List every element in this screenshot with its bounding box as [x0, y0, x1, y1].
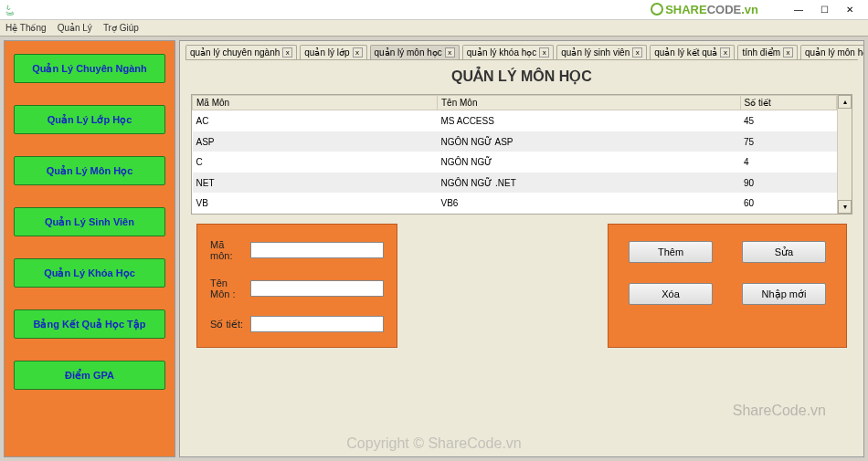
col-header[interactable]: Tên Môn [438, 96, 741, 110]
window-controls: — ☐ ✕ [786, 2, 863, 18]
java-app-icon [4, 4, 16, 16]
sidebar: Quản Lý Chuyên Ngành Quản Lý Lớp Học Quả… [4, 40, 175, 457]
subject-table-wrap: Mã MônTên MônSố tiết ACMS ACCESS45ASPNGÔ… [191, 94, 852, 215]
tab-label: quản lý chuyên ngành [190, 47, 280, 58]
nav-lop-hoc[interactable]: Quản Lý Lớp Học [14, 105, 165, 134]
menu-help[interactable]: Trợ Giúp [103, 23, 139, 33]
scroll-down-icon[interactable]: ▾ [838, 200, 852, 214]
watermark-brand: ShareCode.vn [733, 403, 826, 419]
nav-chuyen-nganh[interactable]: Quản Lý Chuyên Ngành [14, 54, 165, 83]
sharecode-logo: SHARECODE.vn [651, 1, 758, 16]
nav-mon-hoc[interactable]: Quản Lý Môn Học [14, 156, 165, 185]
tab-label: tính điểm [742, 47, 780, 58]
menu-manage[interactable]: Quản Lý [58, 23, 92, 33]
table-row[interactable]: CNGÔN NGỮ4 [193, 152, 837, 173]
page-title: QUẢN LÝ MÔN HỌC [191, 66, 852, 89]
tab-close-icon[interactable]: x [720, 47, 730, 58]
tab-7[interactable]: quản lý môn học [800, 45, 864, 59]
tab-1[interactable]: quản lý lớpx [300, 45, 366, 59]
nav-gpa[interactable]: Điểm GPA [14, 361, 165, 390]
table-cell: VB [193, 193, 438, 214]
tab-0[interactable]: quản lý chuyên ngànhx [185, 45, 297, 59]
nav-sinh-vien[interactable]: Quản Lý Sinh Viên [14, 207, 165, 236]
delete-button[interactable]: Xóa [629, 283, 713, 305]
table-cell: 45 [740, 110, 837, 131]
nav-ket-qua[interactable]: Bảng Kết Quả Học Tập [14, 309, 165, 339]
tab-3[interactable]: quản lý khóa họcx [462, 45, 555, 59]
tab-close-icon[interactable]: x [282, 47, 292, 58]
form-inputs-panel: Mã môn: Tên Môn : Số tiết: [196, 224, 397, 348]
tab-close-icon[interactable]: x [353, 47, 363, 58]
table-scrollbar[interactable]: ▴ ▾ [837, 95, 852, 214]
edit-button[interactable]: Sửa [742, 241, 826, 263]
tab-6[interactable]: tính điểmx [737, 45, 798, 59]
nav-khoa-hoc[interactable]: Quản Lý Khóa Học [14, 258, 165, 288]
table-cell: 4 [740, 152, 837, 173]
titlebar: SHARECODE.vn — ☐ ✕ [0, 0, 868, 20]
table-cell: MS ACCESS [438, 110, 741, 131]
subject-table[interactable]: Mã MônTên MônSố tiết ACMS ACCESS45ASPNGÔ… [192, 95, 837, 214]
table-row[interactable]: NETNGÔN NGỮ .NET90 [193, 173, 837, 194]
col-header[interactable]: Số tiết [740, 96, 837, 110]
col-header[interactable]: Mã Môn [193, 96, 438, 110]
label-so-tiet: Số tiết: [210, 319, 245, 330]
scroll-up-icon[interactable]: ▴ [838, 95, 852, 109]
table-cell: 75 [740, 131, 837, 152]
content-area: quản lý chuyên ngànhxquản lý lớpxquản lý… [179, 40, 864, 457]
tab-close-icon[interactable]: x [445, 47, 455, 58]
input-ma-mon[interactable] [250, 242, 384, 258]
tab-body: QUẢN LÝ MÔN HỌC Mã MônTên MônSố tiết ACM… [185, 59, 858, 451]
table-cell: NGÔN NGỮ [438, 152, 741, 173]
minimize-button[interactable]: — [786, 2, 811, 18]
table-cell: NGÔN NGỮ .NET [438, 173, 741, 194]
table-cell: 60 [740, 193, 837, 214]
form-actions-panel: Thêm Sửa Xóa Nhập mới [608, 224, 847, 348]
table-row[interactable]: ACMS ACCESS45 [193, 110, 837, 131]
table-row[interactable]: ASPNGÔN NGỮ ASP75 [193, 131, 837, 152]
tab-label: quản lý môn học [375, 47, 442, 58]
input-ten-mon[interactable] [250, 280, 384, 297]
table-cell: 90 [740, 173, 837, 194]
tab-label: quản lý kết quả [654, 47, 717, 58]
table-cell: C [193, 152, 438, 173]
table-cell: ASP [193, 131, 438, 152]
table-cell: NGÔN NGỮ ASP [438, 131, 741, 152]
tabstrip: quản lý chuyên ngànhxquản lý lớpxquản lý… [180, 41, 863, 59]
tab-label: quản lý sinh viên [561, 47, 630, 58]
table-cell: VB6 [438, 193, 741, 214]
new-button[interactable]: Nhập mới [742, 283, 826, 305]
tab-label: quản lý lớp [304, 47, 349, 58]
close-button[interactable]: ✕ [837, 2, 863, 18]
tab-close-icon[interactable]: x [632, 47, 642, 58]
label-ten-mon: Tên Môn : [210, 278, 245, 299]
maximize-button[interactable]: ☐ [811, 2, 837, 18]
input-so-tiet[interactable] [250, 316, 384, 332]
menu-system[interactable]: Hệ Thống [5, 23, 47, 33]
tab-5[interactable]: quản lý kết quảx [650, 45, 735, 59]
tab-label: quản lý khóa học [467, 47, 537, 58]
menubar: Hệ Thống Quản Lý Trợ Giúp [0, 20, 868, 37]
table-cell: NET [193, 173, 438, 194]
add-button[interactable]: Thêm [629, 241, 713, 263]
label-ma-mon: Mã môn: [210, 239, 245, 261]
watermark-copyright: Copyright © ShareCode.vn [346, 435, 521, 452]
tab-close-icon[interactable]: x [539, 47, 549, 58]
table-row[interactable]: VBVB660 [193, 193, 837, 214]
tab-close-icon[interactable]: x [783, 47, 793, 58]
tab-4[interactable]: quản lý sinh viênx [556, 45, 647, 59]
table-cell: AC [193, 110, 438, 131]
tab-2[interactable]: quản lý môn họcx [370, 45, 460, 59]
tab-label: quản lý môn học [805, 47, 864, 58]
